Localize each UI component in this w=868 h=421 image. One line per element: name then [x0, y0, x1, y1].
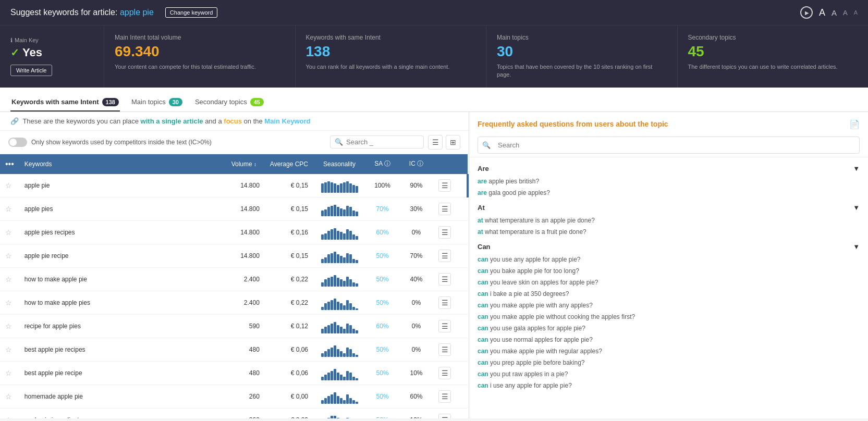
- cell-action[interactable]: ☰: [433, 267, 456, 291]
- cell-action[interactable]: ☰: [433, 244, 456, 267]
- col-sa[interactable]: SA ⓘ: [365, 154, 399, 174]
- faq-item-text: you use gala apples for apple pie?: [488, 325, 585, 332]
- cell-action[interactable]: ☰: [433, 197, 456, 220]
- font-size-xs[interactable]: A: [854, 9, 858, 16]
- col-ic[interactable]: IC ⓘ: [399, 154, 433, 174]
- cell-options: ☆: [0, 174, 19, 197]
- cell-cpc: € 0,15: [265, 197, 313, 220]
- secondary-topics-desc: The different topics you can use to writ…: [688, 63, 858, 71]
- row-menu-button[interactable]: ☰: [438, 179, 451, 192]
- faq-item-text: you prep apple pie before baking?: [488, 359, 585, 366]
- change-keyword-button[interactable]: Change keyword: [165, 7, 218, 18]
- cell-options: ☆: [0, 408, 19, 418]
- cell-action[interactable]: ☰: [433, 291, 456, 314]
- faq-item: can you make apple pie with regular appl…: [469, 345, 868, 357]
- col-cpc[interactable]: Average CPC: [265, 154, 313, 174]
- stat-main-key: ℹ Main Key ✓ Yes Write Article: [0, 26, 104, 88]
- tab-keywords-same-intent[interactable]: Keywords with same Intent 138: [10, 94, 120, 112]
- faq-group-header[interactable]: At▼: [469, 201, 868, 215]
- chevron-down-icon: ▼: [853, 204, 860, 212]
- cell-bar: [456, 361, 468, 385]
- star-icon[interactable]: ☆: [5, 252, 12, 260]
- grid-view-button[interactable]: ⊞: [446, 135, 460, 150]
- cell-bar: [456, 220, 468, 244]
- cell-action[interactable]: ☰: [433, 174, 456, 197]
- star-icon[interactable]: ☆: [5, 369, 12, 377]
- tab-secondary-topics[interactable]: Secondary topics 45: [194, 94, 265, 112]
- star-icon[interactable]: ☆: [5, 345, 12, 354]
- star-icon[interactable]: ☆: [5, 392, 12, 401]
- star-icon[interactable]: ☆: [5, 416, 12, 418]
- table-row: ☆ how to make apple pie 2.400 € 0,22 50%…: [0, 267, 468, 291]
- cell-cpc: € 0,00: [265, 408, 313, 418]
- cell-options: ☆: [0, 361, 19, 385]
- star-icon[interactable]: ☆: [5, 299, 12, 307]
- row-menu-button[interactable]: ☰: [438, 250, 451, 262]
- col-volume[interactable]: Volume ↕: [223, 154, 265, 174]
- info-icon: ℹ: [10, 37, 13, 44]
- faq-group-header[interactable]: Are▼: [469, 162, 868, 176]
- row-menu-button[interactable]: ☰: [438, 203, 451, 215]
- tab-main-topics[interactable]: Main topics 30: [130, 94, 184, 112]
- col-seasonality[interactable]: Seasonality: [313, 154, 365, 174]
- cell-ic: 70%: [399, 244, 433, 267]
- faq-item-text: you put raw apples in a pie?: [488, 370, 568, 378]
- export-icon[interactable]: 📄: [849, 119, 860, 129]
- cell-ic: 0%: [399, 314, 433, 338]
- cell-cpc: € 0,22: [265, 291, 313, 314]
- cell-seasonality: [313, 291, 365, 314]
- cell-cpc: € 0,15: [265, 244, 313, 267]
- row-menu-button[interactable]: ☰: [438, 320, 451, 332]
- main-intent-value: 69.340: [115, 43, 285, 60]
- page-title: Suggest keywords for article: apple pie: [10, 8, 154, 17]
- cell-action[interactable]: ☰: [433, 220, 456, 244]
- cell-action[interactable]: ☰: [433, 385, 456, 408]
- faq-group-label: Are: [478, 165, 489, 172]
- star-icon[interactable]: ☆: [5, 322, 12, 330]
- star-icon[interactable]: ☆: [5, 275, 12, 283]
- faq-search-input[interactable]: [494, 139, 855, 151]
- cell-seasonality: [313, 361, 365, 385]
- col-options[interactable]: •••: [0, 154, 19, 174]
- list-view-button[interactable]: ☰: [428, 135, 443, 150]
- play-icon[interactable]: [800, 6, 813, 19]
- cell-keyword: apple pies recipes: [19, 220, 223, 244]
- cell-cpc: € 0,06: [265, 361, 313, 385]
- faq-group-header[interactable]: Can▼: [469, 240, 868, 254]
- col-keywords[interactable]: Keywords: [19, 154, 223, 174]
- row-menu-button[interactable]: ☰: [438, 367, 451, 379]
- cell-bar: [456, 197, 468, 220]
- font-size-lg[interactable]: A: [819, 7, 825, 18]
- faq-search-container: 🔍: [469, 133, 868, 157]
- cell-options: ☆: [0, 220, 19, 244]
- cell-sa: 50%: [365, 408, 399, 418]
- ic-toggle[interactable]: [8, 138, 27, 147]
- star-icon[interactable]: ☆: [5, 228, 12, 237]
- cell-volume: 260: [223, 408, 265, 418]
- cell-bar: [456, 314, 468, 338]
- cell-action[interactable]: ☰: [433, 338, 456, 361]
- row-menu-button[interactable]: ☰: [438, 273, 451, 286]
- faq-item-text: you leave skin on apples for apple pie?: [488, 279, 598, 286]
- row-menu-button[interactable]: ☰: [438, 226, 451, 239]
- font-size-sm[interactable]: A: [843, 9, 848, 17]
- cell-action[interactable]: ☰: [433, 408, 456, 418]
- faq-group: Are▼are apple pies british?are gala good…: [469, 162, 868, 199]
- faq-keyword: can: [478, 382, 488, 389]
- star-icon[interactable]: ☆: [5, 181, 12, 190]
- cell-keyword: best apple pie recipes: [19, 338, 223, 361]
- row-menu-button[interactable]: ☰: [438, 296, 451, 309]
- keywords-table: ••• Keywords Volume ↕ Average CPC Season…: [0, 154, 469, 418]
- cell-action[interactable]: ☰: [433, 314, 456, 338]
- cell-action[interactable]: ☰: [433, 361, 456, 385]
- row-menu-button[interactable]: ☰: [438, 390, 451, 403]
- write-article-button[interactable]: Write Article: [10, 65, 52, 76]
- font-size-md[interactable]: A: [832, 8, 837, 17]
- row-menu-button[interactable]: ☰: [438, 414, 451, 418]
- keyword-search-input[interactable]: [346, 138, 419, 146]
- row-menu-button[interactable]: ☰: [438, 343, 451, 356]
- star-icon[interactable]: ☆: [5, 205, 12, 213]
- faq-keyword: can: [478, 290, 488, 298]
- keyword-search-box[interactable]: 🔍: [330, 135, 424, 148]
- secondary-topics-label: Secondary topics: [688, 34, 858, 41]
